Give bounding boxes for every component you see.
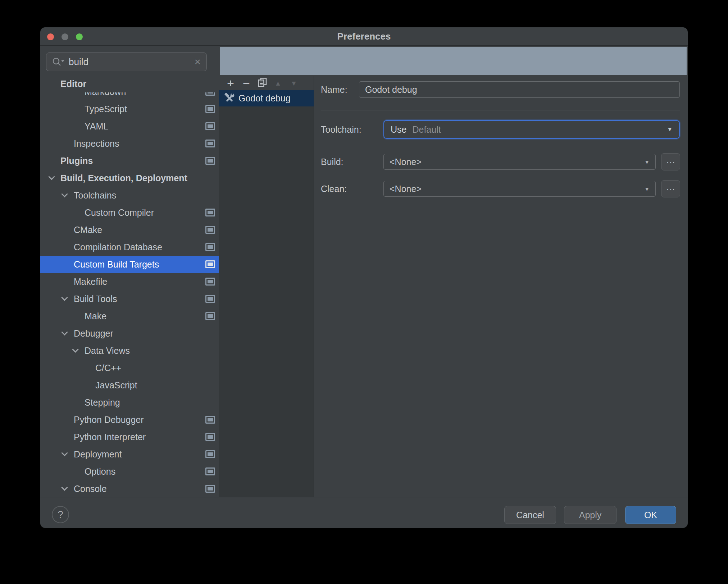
chevron-down-icon: ▼ xyxy=(644,186,650,192)
sidebar-item-cmake[interactable]: CMake xyxy=(40,221,219,238)
sidebar-item-plugins[interactable]: Plugins xyxy=(40,152,219,169)
sidebar-item-javascript[interactable]: JavaScript xyxy=(40,377,219,394)
toolchain-label: Toolchain: xyxy=(321,120,361,139)
sidebar-item-typescript[interactable]: TypeScript xyxy=(40,100,219,118)
sidebar-item-toolchains[interactable]: Toolchains xyxy=(40,187,219,204)
chevron-down-icon: ▼ xyxy=(667,126,673,133)
build-browse-button[interactable]: … xyxy=(661,153,680,170)
sidebar-item-make[interactable]: Make xyxy=(40,307,219,325)
chevron-down-icon[interactable] xyxy=(61,191,68,197)
screen-icon xyxy=(482,57,492,65)
copy-target-button[interactable] xyxy=(254,77,270,89)
sidebar-item-label: YAML xyxy=(85,121,108,131)
sidebar-item-makefile[interactable]: Makefile xyxy=(40,273,219,290)
help-button[interactable]: ? xyxy=(52,506,69,523)
clean-label: Clean: xyxy=(321,181,347,197)
screen-icon xyxy=(205,278,215,286)
toolchain-placeholder: Default xyxy=(412,124,441,135)
name-label: Name: xyxy=(321,81,347,98)
sidebar-item-label: Inspections xyxy=(74,138,119,149)
clean-select[interactable]: <None> ▼ xyxy=(383,181,656,197)
clear-search-icon[interactable]: × xyxy=(194,56,201,67)
breadcrumb: Build, Execution, Deployment › Custom Bu… xyxy=(219,46,688,76)
build-targets-panel: + − ▲ ▼ xyxy=(219,76,314,497)
toolchain-select[interactable]: Use Default ▼ xyxy=(383,120,680,139)
screen-icon xyxy=(205,260,215,268)
screen-icon xyxy=(205,226,215,234)
sidebar-item-label: Python Interpreter xyxy=(74,432,146,442)
clean-browse-button[interactable]: … xyxy=(661,180,680,197)
screen-icon xyxy=(205,243,215,251)
sidebar-item-deployment[interactable]: Deployment xyxy=(40,446,219,463)
sidebar-item-inspections[interactable]: Inspections xyxy=(40,135,219,152)
screen-icon xyxy=(205,485,215,493)
screen-icon xyxy=(205,157,215,165)
sidebar-item-python-debugger[interactable]: Python Debugger xyxy=(40,411,219,428)
sidebar-item-label: C/C++ xyxy=(95,363,121,373)
sidebar-item-c-c[interactable]: C/C++ xyxy=(40,359,219,377)
settings-tree: EditorMarkdownTypeScriptYAMLInspectionsP… xyxy=(40,46,219,497)
search-icon xyxy=(52,57,64,67)
chevron-down-icon[interactable] xyxy=(61,329,68,335)
settings-sidebar: EditorMarkdownTypeScriptYAMLInspectionsP… xyxy=(40,46,219,497)
screen-icon xyxy=(205,209,215,216)
cancel-button[interactable]: Cancel xyxy=(504,506,556,524)
build-select[interactable]: <None> ▼ xyxy=(383,154,656,170)
clean-value: <None> xyxy=(390,184,422,194)
sidebar-item-custom-compiler[interactable]: Custom Compiler xyxy=(40,204,219,221)
sidebar-item-label: Editor xyxy=(60,79,86,89)
sidebar-item-label: Toolchains xyxy=(74,190,116,200)
chevron-down-icon[interactable] xyxy=(48,173,55,180)
sidebar-item-custom-build-targets[interactable]: Custom Build Targets xyxy=(40,256,219,273)
sidebar-item-yaml[interactable]: YAML xyxy=(40,118,219,135)
sidebar-item-console[interactable]: Console xyxy=(40,480,219,497)
move-down-button[interactable]: ▼ xyxy=(286,80,302,87)
chevron-down-icon: ▼ xyxy=(644,159,650,165)
build-targets-toolbar: + − ▲ ▼ xyxy=(219,76,314,90)
chevron-down-icon[interactable] xyxy=(61,450,68,456)
sidebar-item-options[interactable]: Options xyxy=(40,463,219,480)
settings-search[interactable]: build × xyxy=(46,53,207,71)
sidebar-item-label: Data Views xyxy=(85,346,130,356)
apply-button[interactable]: Apply xyxy=(564,506,616,524)
screen-icon xyxy=(205,433,215,441)
chevron-down-icon[interactable] xyxy=(61,484,68,491)
screen-icon xyxy=(205,105,215,113)
sidebar-item-data-views[interactable]: Data Views xyxy=(40,342,219,359)
build-target-item[interactable]: Godot debug xyxy=(219,90,314,106)
form-divider xyxy=(321,110,680,110)
build-label: Build: xyxy=(321,154,343,170)
preferences-window: Preferences EditorMarkdownTypeScriptYAML… xyxy=(40,27,688,528)
screen-icon xyxy=(205,416,215,424)
chevron-down-icon[interactable] xyxy=(61,294,68,301)
sidebar-item-compilation-database[interactable]: Compilation Database xyxy=(40,238,219,256)
screen-icon xyxy=(205,312,215,320)
remove-target-button[interactable]: − xyxy=(238,77,254,89)
sidebar-item-build-execution-deployment[interactable]: Build, Execution, Deployment xyxy=(40,169,219,187)
target-settings-form: Name: Godot debug Toolchain: Use Default… xyxy=(314,76,688,497)
sidebar-item-debugger[interactable]: Debugger xyxy=(40,325,219,342)
sidebar-item-build-tools[interactable]: Build Tools xyxy=(40,290,219,307)
search-input[interactable]: build xyxy=(69,56,194,68)
name-field[interactable]: Godot debug xyxy=(359,81,680,98)
move-up-button[interactable]: ▲ xyxy=(270,80,286,87)
sidebar-item-label: Build, Execution, Deployment xyxy=(60,173,187,183)
sidebar-item-label: Python Debugger xyxy=(74,415,144,425)
sidebar-item-label: Compilation Database xyxy=(74,242,162,252)
toolchain-value: Use xyxy=(391,124,406,135)
sidebar-item-editor[interactable]: Editor xyxy=(40,75,219,92)
sidebar-item-label: Custom Compiler xyxy=(85,207,154,218)
sidebar-item-python-interpreter[interactable]: Python Interpreter xyxy=(40,428,219,446)
sidebar-item-label: TypeScript xyxy=(85,104,127,114)
sidebar-item-label: Stepping xyxy=(85,397,120,407)
chevron-down-icon[interactable] xyxy=(72,346,78,352)
sidebar-item-label: Console xyxy=(74,484,107,494)
screen-icon xyxy=(205,467,215,475)
add-target-button[interactable]: + xyxy=(223,77,238,89)
ok-button[interactable]: OK xyxy=(625,506,676,524)
sidebar-item-label: Options xyxy=(85,466,115,476)
sidebar-item-label: Deployment xyxy=(74,449,122,459)
sidebar-item-stepping[interactable]: Stepping xyxy=(40,394,219,411)
titlebar: Preferences xyxy=(40,27,688,46)
sidebar-item-label: Makefile xyxy=(74,277,107,287)
